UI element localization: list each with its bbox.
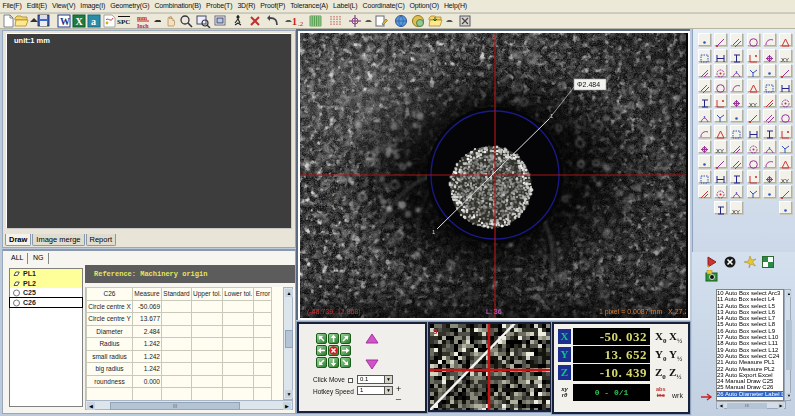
svg-text:.2: .2 (298, 20, 304, 28)
svg-text:(-48.739, 12.868): (-48.739, 12.868) (307, 308, 361, 316)
svg-text:SPC: SPC (117, 18, 130, 26)
svg-text:mm: mm (137, 15, 147, 21)
svg-text:XY: XY (781, 178, 789, 184)
svg-text:XY: XY (716, 148, 724, 154)
svg-text:5: 5 (433, 327, 438, 336)
svg-text:X: X (76, 16, 84, 27)
svg-text:1: 1 (292, 16, 297, 27)
svg-text:W: W (60, 16, 70, 27)
svg-text:XY: XY (749, 102, 757, 108)
svg-text:XY: XY (732, 209, 740, 215)
svg-text:XY: XY (781, 57, 789, 63)
svg-text:1 pixel = 0.0087 mm X 27.2: 1 pixel = 0.0087 mm X 27.2 (599, 308, 686, 316)
svg-text:a: a (91, 16, 96, 27)
svg-text:L: 36: L: 36 (486, 308, 502, 315)
svg-text:Φ2.484: Φ2.484 (577, 81, 600, 88)
svg-text:Inch: Inch (137, 23, 149, 29)
